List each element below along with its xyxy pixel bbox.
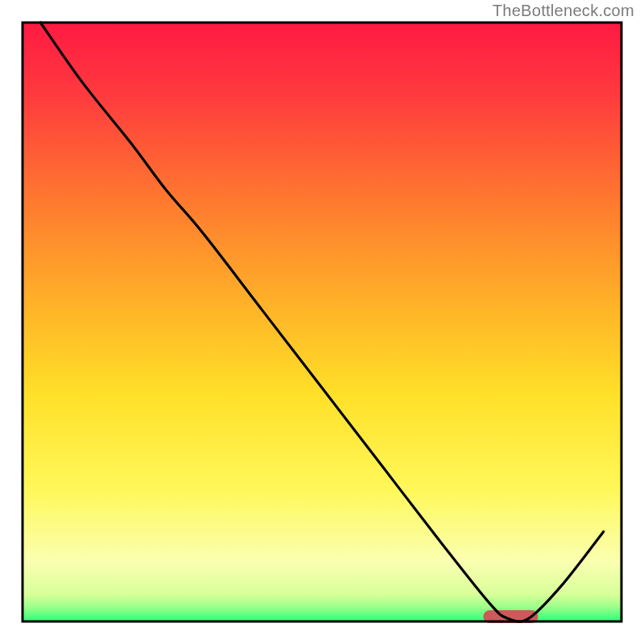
bottleneck-chart: TheBottleneck.com	[0, 0, 644, 644]
chart-svg	[0, 0, 644, 644]
watermark-text: TheBottleneck.com	[493, 2, 634, 20]
plot-background	[23, 23, 621, 621]
